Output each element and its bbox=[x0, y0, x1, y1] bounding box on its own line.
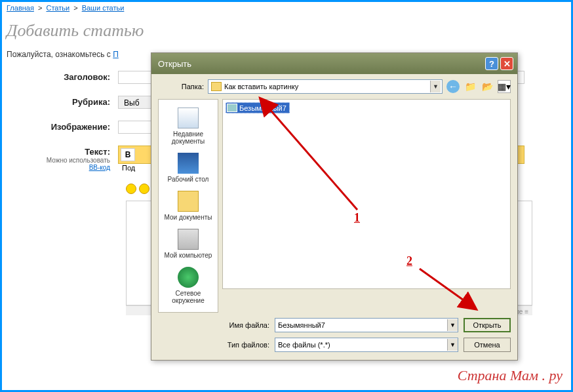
filetype-select[interactable]: Все файлы (*.*) ▼ bbox=[275, 338, 458, 352]
smiley-icon[interactable] bbox=[126, 184, 136, 194]
folder-label: Папка: bbox=[158, 83, 204, 90]
file-open-dialog: Открыть ? ✕ Папка: Как вставить картинку… bbox=[151, 52, 518, 361]
annotation-label-1: 1 bbox=[354, 211, 360, 225]
filename-input[interactable]: Безымянный7 ▼ bbox=[275, 318, 458, 332]
chevron-down-icon[interactable]: ▼ bbox=[447, 319, 458, 331]
chevron-down-icon[interactable]: ▼ bbox=[430, 81, 441, 92]
smiley-icon[interactable] bbox=[139, 184, 149, 194]
chevron-down-icon[interactable]: ▼ bbox=[447, 339, 458, 351]
recent-docs-icon bbox=[178, 108, 199, 128]
filename-label: Имя файла: bbox=[224, 321, 269, 329]
image-file-icon bbox=[227, 104, 237, 112]
dialog-titlebar[interactable]: Открыть ? ✕ bbox=[151, 53, 517, 74]
up-folder-icon[interactable]: 📁 bbox=[464, 80, 477, 93]
back-icon[interactable]: ← bbox=[446, 80, 460, 93]
folder-value: Как вставить картинку bbox=[224, 83, 298, 90]
filetype-label: Тип файлов: bbox=[224, 341, 269, 349]
new-folder-icon[interactable]: 📂 bbox=[481, 80, 494, 93]
watermark: Страна Мам . ру bbox=[458, 367, 563, 384]
place-desktop[interactable]: Рабочий стол bbox=[159, 150, 218, 186]
place-recent[interactable]: Недавние документы bbox=[159, 105, 218, 147]
help-button[interactable]: ? bbox=[485, 57, 498, 70]
place-computer[interactable]: Мой компьютер bbox=[159, 226, 218, 262]
file-item-selected[interactable]: Безымянный7 bbox=[226, 102, 290, 113]
desktop-icon bbox=[178, 153, 199, 174]
annotation-label-2: 2 bbox=[406, 254, 412, 268]
place-documents[interactable]: Мои документы bbox=[159, 188, 218, 224]
dialog-title: Открыть bbox=[158, 59, 483, 69]
cancel-button[interactable]: Отмена bbox=[464, 338, 511, 352]
place-network[interactable]: Сетевое окружение bbox=[159, 264, 218, 307]
computer-icon bbox=[178, 229, 199, 250]
open-button[interactable]: Открыть bbox=[464, 318, 511, 332]
close-button[interactable]: ✕ bbox=[500, 57, 513, 70]
network-icon bbox=[178, 267, 199, 288]
folder-icon bbox=[211, 82, 222, 91]
view-mode-icon[interactable]: ▦▾ bbox=[498, 80, 511, 93]
places-bar: Недавние документы Рабочий стол Мои доку… bbox=[158, 99, 218, 313]
documents-icon bbox=[178, 191, 199, 212]
file-list[interactable]: Безымянный7 bbox=[222, 99, 511, 289]
folder-combo[interactable]: Как вставить картинку ▼ bbox=[208, 79, 443, 94]
